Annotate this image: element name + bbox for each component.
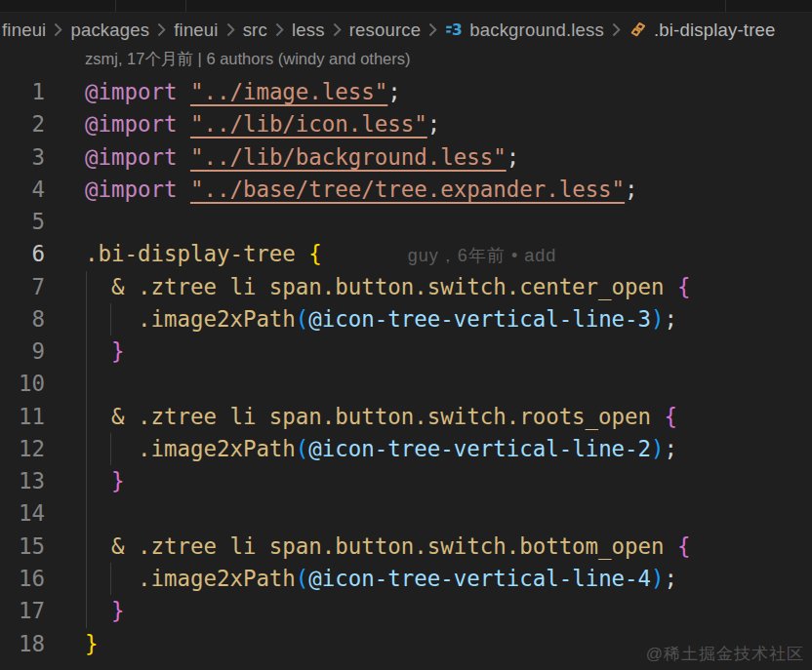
breadcrumb-label: less bbox=[292, 20, 325, 41]
code-line-content[interactable]: } bbox=[45, 465, 812, 497]
code-line-content[interactable]: @import "../base/tree/tree.expander.less… bbox=[45, 174, 812, 206]
line-number[interactable]: 7 bbox=[0, 271, 45, 303]
line-number[interactable]: 16 bbox=[0, 563, 45, 595]
tab-separator bbox=[185, 0, 186, 12]
git-blame-codelens[interactable]: zsmj, 17个月前 | 6 authors (windy and other… bbox=[85, 49, 411, 74]
bracket-token: ) bbox=[651, 566, 665, 591]
line-number[interactable]: 11 bbox=[0, 401, 45, 433]
code-line-content[interactable]: & .ztree li span.button.switch.center_op… bbox=[45, 271, 812, 303]
selector-token: & .ztree li span.button.switch.roots_ope… bbox=[111, 404, 651, 429]
line-number[interactable]: 14 bbox=[0, 497, 45, 530]
import-path-link[interactable]: "../lib/background.less" bbox=[190, 144, 507, 170]
code-line: 16 .image2xPath(@icon-tree-vertical-line… bbox=[0, 563, 812, 595]
breadcrumb-label: fineui bbox=[174, 20, 218, 41]
line-number[interactable]: 3 bbox=[0, 141, 45, 174]
code-line-content[interactable]: } bbox=[45, 335, 812, 368]
bracket-token: { bbox=[308, 241, 322, 266]
line-number[interactable]: 13 bbox=[0, 465, 45, 497]
bracket-token: } bbox=[111, 598, 125, 623]
code-line: 8 .image2xPath(@icon-tree-vertical-line-… bbox=[0, 303, 812, 335]
code-line-content[interactable]: .image2xPath(@icon-tree-vertical-line-3)… bbox=[45, 303, 812, 335]
import-path-link[interactable]: "../lib/icon.less" bbox=[190, 111, 427, 137]
breadcrumb-item-resource[interactable]: resource bbox=[349, 20, 422, 41]
code-line-content[interactable]: .bi-display-tree {guy，6年前 • add bbox=[45, 238, 812, 270]
breadcrumb-item-src[interactable]: src bbox=[243, 20, 267, 41]
breadcrumb-item-less[interactable]: less bbox=[292, 20, 325, 41]
bracket-token: { bbox=[677, 533, 691, 559]
code-line-content[interactable]: @import "../lib/background.less"; bbox=[45, 141, 812, 174]
watermark: @稀土掘金技术社区 bbox=[646, 643, 804, 665]
line-number[interactable]: 2 bbox=[0, 108, 45, 140]
code-line-content[interactable]: & .ztree li span.button.switch.bottom_op… bbox=[45, 531, 812, 563]
line-number[interactable]: 10 bbox=[0, 368, 45, 400]
breadcrumb-item-packages[interactable]: packages bbox=[70, 20, 149, 41]
chevron-right-icon bbox=[274, 22, 285, 37]
indent-guide bbox=[110, 563, 111, 595]
line-number[interactable]: 17 bbox=[0, 595, 45, 627]
breadcrumb-label: fineui bbox=[2, 20, 46, 41]
line-number[interactable]: 5 bbox=[0, 206, 45, 238]
import-path-link[interactable]: "../image.less" bbox=[190, 79, 387, 104]
code-line-content[interactable]: @import "../image.less"; bbox=[45, 76, 812, 108]
breadcrumb: fineuipackagesfineuisrclessresource3back… bbox=[0, 13, 812, 47]
bracket-token: ( bbox=[296, 566, 309, 591]
variable-token: @icon-tree-vertical-line-4 bbox=[308, 566, 651, 591]
breadcrumb-label: resource bbox=[349, 20, 422, 41]
tab-separator bbox=[725, 0, 726, 12]
import-path-link[interactable]: "../base/tree/tree.expander.less" bbox=[190, 177, 625, 202]
breadcrumb-item-bi-display-tree[interactable]: .bi-display-tree bbox=[629, 20, 776, 41]
code-line: 1@import "../image.less"; bbox=[0, 76, 812, 108]
code-line-content[interactable]: .image2xPath(@icon-tree-vertical-line-4)… bbox=[45, 563, 812, 595]
selector-token: .bi-display-tree bbox=[85, 241, 296, 266]
line-number[interactable]: 15 bbox=[0, 531, 45, 563]
code-line-content[interactable]: .image2xPath(@icon-tree-vertical-line-2)… bbox=[45, 433, 812, 465]
code-line-content[interactable] bbox=[45, 206, 812, 238]
code-line-content[interactable]: & .ztree li span.button.switch.roots_ope… bbox=[45, 401, 812, 433]
keyword-token: @import bbox=[85, 177, 177, 202]
code-line-content[interactable]: @import "../lib/icon.less"; bbox=[45, 108, 812, 140]
code-line: 10 bbox=[0, 368, 812, 400]
code-line: 11 & .ztree li span.button.switch.roots_… bbox=[0, 401, 812, 433]
code-line: 3@import "../lib/background.less"; bbox=[0, 141, 812, 174]
tab-bar bbox=[0, 0, 812, 13]
punctuation-token bbox=[85, 404, 111, 429]
line-number[interactable]: 6 bbox=[0, 238, 45, 270]
breadcrumb-item-fineui[interactable]: fineui bbox=[2, 20, 46, 41]
indent-guide bbox=[110, 303, 111, 335]
punctuation-token bbox=[665, 274, 678, 299]
punctuation-token bbox=[85, 338, 111, 364]
selector-token: .image2xPath bbox=[138, 436, 296, 461]
vscode-editor-window: fineuipackagesfineuisrclessresource3back… bbox=[0, 0, 812, 670]
breadcrumb-item-fineui[interactable]: fineui bbox=[174, 20, 218, 41]
indent-guide bbox=[86, 271, 87, 628]
line-number[interactable]: 1 bbox=[0, 76, 45, 108]
css-file-icon: 3 bbox=[445, 20, 464, 39]
line-number[interactable]: 9 bbox=[0, 335, 45, 368]
code-line-content[interactable] bbox=[45, 497, 812, 530]
line-number[interactable]: 8 bbox=[0, 303, 45, 335]
punctuation-token bbox=[651, 404, 665, 429]
code-line: 7 & .ztree li span.button.switch.center_… bbox=[0, 271, 812, 303]
punctuation-token bbox=[665, 533, 678, 559]
bracket-token: { bbox=[677, 274, 691, 299]
code-line-content[interactable]: } bbox=[45, 595, 812, 627]
line-number[interactable]: 4 bbox=[0, 174, 45, 206]
keyword-token: @import bbox=[85, 111, 177, 137]
variable-token: @icon-tree-vertical-line-3 bbox=[308, 306, 651, 332]
keyword-token: @import bbox=[85, 144, 177, 170]
code-line: 5 bbox=[0, 206, 812, 238]
svg-text:3: 3 bbox=[452, 21, 463, 39]
bracket-token: } bbox=[85, 631, 99, 656]
keyword-token: @import bbox=[85, 79, 177, 104]
line-number[interactable]: 12 bbox=[0, 433, 45, 465]
chevron-right-icon bbox=[156, 22, 167, 37]
code-line-content[interactable] bbox=[45, 368, 812, 400]
chevron-right-icon bbox=[332, 22, 343, 37]
selector-token: & .ztree li span.button.switch.bottom_op… bbox=[111, 533, 665, 559]
css-rule-icon bbox=[629, 20, 648, 40]
code-line: 4@import "../base/tree/tree.expander.les… bbox=[0, 174, 812, 206]
punctuation-token bbox=[177, 144, 190, 170]
line-number[interactable]: 18 bbox=[0, 628, 45, 660]
bracket-token: ( bbox=[296, 306, 309, 332]
breadcrumb-item-background-less[interactable]: 3background.less bbox=[445, 20, 604, 41]
